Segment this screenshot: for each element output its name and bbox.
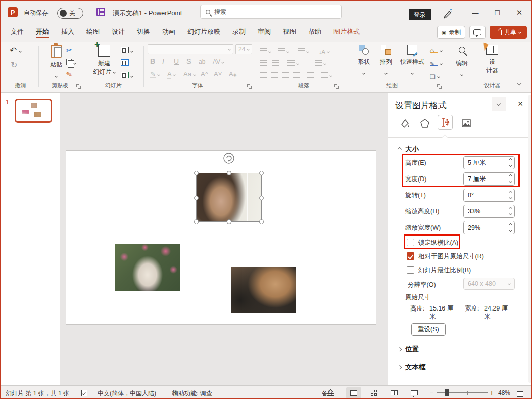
- quick-styles-button[interactable]: 快速样式: [398, 45, 427, 77]
- notes-button[interactable]: 备注: [322, 389, 334, 398]
- close-button[interactable]: ✕: [512, 7, 527, 19]
- comments-button[interactable]: [469, 26, 486, 39]
- highlight-color-button[interactable]: ✎: [150, 70, 160, 78]
- zoom-slider-handle[interactable]: [445, 389, 449, 396]
- tab-file[interactable]: 文件: [5, 23, 30, 40]
- resize-handle-sw[interactable]: [194, 219, 199, 224]
- align-left-button[interactable]: [260, 71, 267, 80]
- justify-button[interactable]: [293, 71, 300, 80]
- best-scale-checkbox[interactable]: 幻灯片最佳比例(B): [407, 265, 471, 275]
- new-slide-button[interactable]: 新建 幻灯片: [90, 45, 118, 76]
- align-center-button[interactable]: [271, 71, 278, 80]
- language-status[interactable]: 中文(简体，中国大陆): [98, 389, 156, 398]
- tab-draw[interactable]: 绘图: [80, 23, 106, 40]
- picture-warm[interactable]: [231, 267, 296, 313]
- shape-effects-button[interactable]: ❏: [430, 72, 440, 81]
- italic-button[interactable]: I: [162, 57, 164, 65]
- clear-formatting-button[interactable]: A◈: [229, 70, 237, 78]
- spell-check-icon[interactable]: [81, 390, 87, 396]
- tab-slideshow[interactable]: 幻灯片放映: [181, 23, 226, 40]
- save-icon[interactable]: [96, 8, 105, 16]
- size-section-header[interactable]: 大小: [398, 144, 419, 154]
- tab-home[interactable]: 开始: [30, 23, 55, 40]
- autosave-toggle[interactable]: 关: [57, 8, 83, 19]
- font-name-combobox[interactable]: [148, 44, 233, 54]
- normal-view-button[interactable]: [346, 387, 361, 398]
- smartart-convert-button[interactable]: [321, 71, 332, 80]
- numbering-button[interactable]: [278, 47, 289, 56]
- collapse-ribbon-button[interactable]: [518, 78, 521, 87]
- zoom-in-button[interactable]: +: [490, 389, 494, 397]
- tab-review[interactable]: 审阅: [252, 23, 277, 40]
- editing-button[interactable]: 编辑: [451, 46, 472, 79]
- decrease-indent-button[interactable]: [260, 59, 267, 68]
- resize-handle-n[interactable]: [227, 171, 231, 175]
- minimize-button[interactable]: —: [468, 7, 483, 19]
- tab-insert[interactable]: 插入: [55, 23, 80, 40]
- position-section-header[interactable]: 位置: [398, 344, 419, 354]
- slide[interactable]: [66, 150, 376, 325]
- powerpoint-app-icon[interactable]: P: [8, 7, 18, 17]
- zoom-percentage[interactable]: 48%: [498, 389, 510, 396]
- textbox-section-header[interactable]: 文本框: [398, 362, 426, 372]
- cut-button[interactable]: ✂: [66, 46, 72, 54]
- pane-close-button[interactable]: ✕: [513, 97, 527, 111]
- tab-design[interactable]: 设计: [106, 23, 131, 40]
- feedback-pen-icon[interactable]: [443, 9, 453, 19]
- tab-view[interactable]: 视图: [277, 23, 302, 40]
- increase-indent-button[interactable]: [272, 59, 279, 68]
- scale-width-input[interactable]: 29%: [463, 221, 515, 234]
- record-button[interactable]: ◉ 录制: [437, 26, 465, 39]
- character-spacing-button[interactable]: AV: [213, 58, 224, 65]
- columns-button[interactable]: [287, 59, 299, 68]
- bold-button[interactable]: B: [150, 57, 155, 65]
- pane-scrollbar[interactable]: [528, 95, 531, 383]
- accessibility-status[interactable]: 辅助功能: 调查: [172, 389, 212, 398]
- width-input[interactable]: 7 厘米: [463, 172, 515, 186]
- spinner-icons[interactable]: [509, 224, 512, 231]
- undo-button[interactable]: ↶: [10, 45, 21, 56]
- line-spacing-button[interactable]: [298, 47, 309, 56]
- font-color-button[interactable]: A: [167, 70, 175, 78]
- tab-picture-format[interactable]: 图片格式: [327, 23, 366, 40]
- align-text-button[interactable]: [315, 59, 326, 68]
- zoom-slider-track[interactable]: [437, 392, 488, 393]
- rotation-input[interactable]: 0°: [463, 189, 515, 202]
- redo-button[interactable]: ↻: [11, 60, 17, 70]
- resize-handle-w[interactable]: [194, 196, 199, 200]
- tab-fill-line[interactable]: [397, 116, 412, 131]
- lock-aspect-ratio-checkbox[interactable]: 锁定纵横比(A): [407, 238, 458, 247]
- tab-effects[interactable]: [417, 116, 432, 131]
- search-input[interactable]: 搜索: [200, 5, 342, 19]
- resolution-dropdown[interactable]: 640 x 480: [463, 278, 515, 290]
- fit-slide-button[interactable]: [517, 390, 523, 399]
- tab-picture[interactable]: [459, 116, 474, 131]
- text-direction-button[interactable]: ↓A: [319, 47, 329, 56]
- shape-fill-button[interactable]: ◇: [430, 46, 442, 55]
- designer-button[interactable]: 设 计器: [480, 45, 504, 75]
- relative-original-size-checkbox[interactable]: 相对于图片原始尺寸(R): [407, 251, 484, 261]
- resize-handle-se[interactable]: [259, 219, 264, 224]
- grow-font-button[interactable]: A^: [201, 70, 208, 78]
- resize-handle-e[interactable]: [259, 196, 264, 200]
- sign-in-button[interactable]: 登录: [409, 9, 431, 20]
- align-right-button[interactable]: [282, 71, 289, 80]
- resize-handle-nw[interactable]: [194, 171, 199, 175]
- tab-size-properties[interactable]: [438, 115, 453, 130]
- slideshow-view-button[interactable]: [407, 387, 422, 398]
- resize-handle-ne[interactable]: [259, 171, 264, 175]
- rotate-handle[interactable]: [223, 153, 234, 164]
- font-size-combobox[interactable]: 24: [235, 44, 252, 54]
- copy-button[interactable]: [66, 58, 76, 67]
- arrange-button[interactable]: 排列: [376, 45, 396, 77]
- tab-record[interactable]: 录制: [226, 23, 252, 40]
- strikethrough-button[interactable]: ab: [199, 58, 205, 65]
- tab-transitions[interactable]: 切换: [131, 23, 156, 40]
- paragraph-dialog-launcher-icon[interactable]: [334, 84, 339, 89]
- bullets-button[interactable]: [260, 47, 271, 56]
- spinner-icons[interactable]: [509, 191, 512, 199]
- distribute-button[interactable]: [307, 71, 314, 80]
- reading-view-button[interactable]: [386, 387, 402, 398]
- scale-height-input[interactable]: 33%: [463, 205, 515, 218]
- shape-outline-button[interactable]: ✎: [430, 59, 442, 68]
